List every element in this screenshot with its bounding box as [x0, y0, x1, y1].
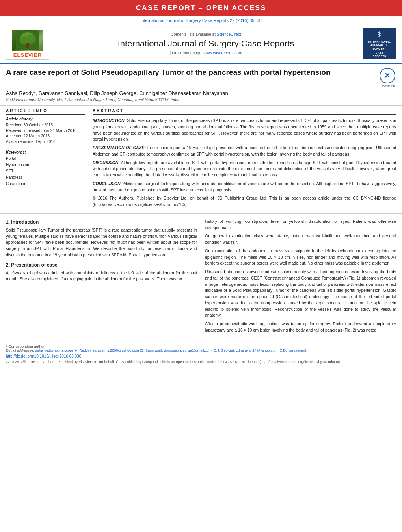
journal-homepage: journal homepage: www.casereports.com	[53, 51, 359, 55]
keyword-pancreas: Pancreas	[6, 174, 85, 181]
received-date: Received 30 October 2015	[6, 122, 85, 128]
footer: * Corresponding author. E-mail addresses…	[0, 341, 402, 367]
body-right-col: history of vomiting, constipation, fever…	[205, 219, 396, 336]
keyword-casereport: Case report	[6, 181, 85, 187]
right-text4: Ultrasound abdomen showed moderate splen…	[205, 269, 396, 319]
elsevier-label: ELSEVIER	[8, 52, 47, 58]
keywords-heading: Keywords:	[6, 150, 85, 154]
keyword-hypertension: Hypertension	[6, 162, 85, 168]
right-text1: history of vomiting, constipation, fever…	[205, 219, 396, 231]
journal-center: Contents lists available at ScienceDirec…	[49, 32, 363, 55]
article-info-heading: ARTICLE INFO	[6, 109, 85, 115]
section2-text: A 19-year-old girl was admitted with com…	[6, 270, 197, 283]
journal-info-bar: International Journal of Surgery Case Re…	[0, 16, 402, 24]
available-date: Available online 3 April 2016	[6, 139, 85, 145]
abstract-col: ABSTRACT INTRODUCTION: Solid Pseudopapil…	[93, 109, 396, 210]
accepted-date: Accepted 22 March 2016	[6, 133, 85, 139]
body-left-col: 1. Introduction Solid Pseudopapillary Tu…	[6, 219, 197, 336]
svg-point-3	[26, 35, 36, 44]
section1-heading: 1. Introduction	[6, 219, 197, 225]
journal-logo-right: ⚕ INTERNATIONAL JOURNAL OF SURGERY CASE …	[363, 28, 396, 59]
abstract-conclusion: CONCLUSION: Meticulous surgical techniqu…	[93, 181, 396, 193]
crossmark-icon: ✕	[380, 68, 395, 83]
crossmark-label: CrossMark	[378, 84, 396, 88]
abstract-license: © 2016 The Authors. Published by Elsevie…	[93, 195, 396, 208]
keyword-portal: Portal	[6, 156, 85, 162]
svg-rect-4	[26, 43, 29, 48]
article-affiliation: Sri Ramachandra University, No, 1 Ramach…	[6, 98, 396, 102]
elsevier-logo: ELSEVIER	[6, 28, 49, 60]
journal-info-text: International Journal of Surgery Case Re…	[140, 18, 262, 23]
right-text3: On examination of the abdomen, a mass wa…	[205, 248, 396, 267]
banner-text: CASE REPORT – OPEN ACCESS	[136, 4, 266, 12]
emails: asha_red@hotmail.com (A. Reddy), saravan…	[35, 348, 307, 352]
article-main-title: A rare case report of Solid Pseudopapill…	[6, 68, 378, 78]
journal-header: ELSEVIER Contents lists available at Sci…	[0, 24, 402, 64]
crossmark-badge[interactable]: ✕ CrossMark	[378, 68, 396, 88]
keyword-spt: SPT	[6, 168, 85, 174]
article-authors: Asha Reddy*, Saravanan Sanniyasi, Dilip …	[6, 90, 396, 96]
journal-title-main: International Journal of Surgery Case Re…	[53, 39, 359, 49]
article-title-section: A rare case report of Solid Pseudopapill…	[0, 64, 402, 106]
article-history-heading: Article history:	[6, 117, 85, 121]
abstract-heading: ABSTRACT	[93, 109, 396, 115]
email-label: E-mail addresses:	[6, 348, 34, 352]
homepage-url[interactable]: www.casereports.com	[203, 51, 242, 55]
right-text2: On general examination vitals were stabl…	[205, 233, 396, 246]
contents-available: Contents lists available at ScienceDirec…	[53, 32, 359, 37]
section1-text: Solid Pseudopapillary Tumor of the pancr…	[6, 227, 197, 258]
corresponding-label: * Corresponding author.	[6, 344, 45, 348]
abstract-discussion: DISCUSSION: Although few reports are ava…	[93, 160, 396, 178]
abstract-intro: INTRODUCTION: Solid Pseudopapillary Tumo…	[93, 118, 396, 143]
body-content: 1. Introduction Solid Pseudopapillary Tu…	[0, 214, 402, 341]
revised-date: Received in revised form 21 March 2016	[6, 128, 85, 133]
article-info-abstract: ARTICLE INFO Article history: Received 3…	[0, 106, 402, 214]
footer-license: 2210-2612/© 2016 The Authors. Published …	[6, 360, 396, 364]
right-text5: After a preanaesthetic work up, patient …	[205, 321, 396, 334]
abstract-presentation: PRESENTATION OF CASE: In our case report…	[93, 145, 396, 158]
article-info-col: ARTICLE INFO Article history: Received 3…	[6, 109, 85, 210]
top-banner: CASE REPORT – OPEN ACCESS	[0, 0, 402, 16]
section2-heading: 2. Presentation of case	[6, 262, 197, 268]
doi-link[interactable]: http://dx.doi.org/10.1016/j.ijscr.2016.0…	[6, 354, 396, 358]
